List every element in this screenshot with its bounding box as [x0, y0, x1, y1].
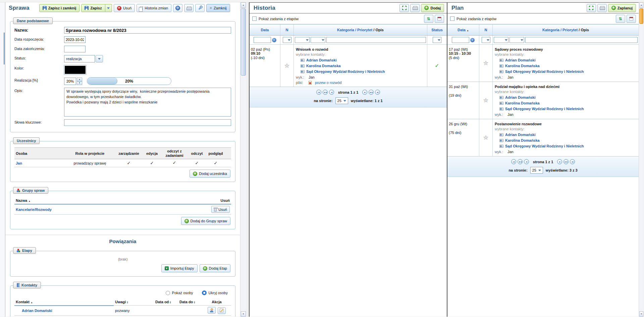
page-prev-button[interactable]	[524, 159, 529, 164]
filter-n-select[interactable]	[283, 37, 291, 43]
page-prev-button[interactable]	[329, 90, 334, 95]
print-button[interactable]	[184, 4, 194, 12]
contact-link[interactable]: Karolina Domańska	[505, 64, 540, 68]
contact-link[interactable]: Adrian Domański	[306, 58, 336, 62]
print-button[interactable]	[597, 4, 607, 12]
per-page-select[interactable]: 25	[530, 167, 543, 174]
page-first-button[interactable]	[316, 90, 321, 95]
filter-priorytet-select[interactable]	[311, 37, 325, 43]
nazwa-input[interactable]	[64, 27, 231, 34]
add-history-button[interactable]: Dodaj	[421, 4, 444, 12]
scroll-thumb[interactable]	[639, 8, 643, 24]
calendar-button[interactable]	[627, 15, 636, 23]
contact-link[interactable]: Adrian Domański	[22, 309, 52, 313]
col-kontakt[interactable]: Kontakt▲	[14, 299, 114, 306]
col-data[interactable]: Data▲	[447, 25, 479, 35]
data-zakonczenia-input[interactable]	[64, 46, 86, 52]
star-icon[interactable]	[483, 60, 488, 66]
show-stage-tasks-checkbox[interactable]	[450, 16, 454, 21]
page-last-button[interactable]	[375, 90, 380, 95]
close-button[interactable]: × Zamknij	[206, 4, 230, 12]
filter-data-input[interactable]	[254, 37, 271, 43]
opis-textarea[interactable]: W sprawie występują spory dotyczące winy…	[64, 88, 231, 117]
remove-group-button[interactable]: Usuń	[211, 206, 230, 213]
per-page-select[interactable]: 25	[335, 97, 348, 104]
page-next-button[interactable]	[557, 159, 562, 164]
filter-status-select[interactable]	[433, 37, 441, 43]
radio-icon[interactable]	[166, 291, 170, 295]
status-value[interactable]: realizacja	[64, 55, 95, 62]
show-stage-tasks-checkbox[interactable]	[252, 16, 257, 21]
col-kategoria-opis[interactable]: Kategoria / Priorytet / Opis	[493, 25, 639, 35]
left-collapsed-rail[interactable]	[0, 2, 5, 317]
col-nazwa[interactable]: Nazwa▲	[14, 197, 201, 204]
page-next-button[interactable]	[362, 90, 367, 95]
refresh-button[interactable]	[424, 15, 433, 23]
refresh-button[interactable]	[616, 15, 625, 23]
page-fast-prev-button[interactable]	[518, 159, 523, 164]
expand-panel-button[interactable]	[587, 4, 596, 12]
contact-link[interactable]: Karolina Domańska	[505, 101, 540, 105]
contact-link[interactable]: Adrian Domański	[505, 95, 535, 99]
spin-up-icon[interactable]: ▲	[77, 78, 82, 81]
realizacja-input[interactable]	[64, 78, 76, 85]
schedule-button[interactable]: Zaplanuj	[608, 4, 636, 12]
calendar-button[interactable]	[435, 15, 444, 23]
radio-pokaz-osoby[interactable]: Pokaż osoby	[166, 291, 193, 295]
slowa-kluczowe-input[interactable]	[64, 119, 231, 126]
contact-link[interactable]: Sąd Okręgowy Wydział Rodzinny i Nieletni…	[505, 70, 584, 74]
filter-n-select[interactable]	[482, 37, 490, 43]
participant-link[interactable]: Jan	[16, 161, 22, 165]
status-dropdown-button[interactable]	[96, 55, 103, 62]
add-stage-button[interactable]: Dodaj Etap	[200, 264, 230, 272]
col-data-do[interactable]: Data do▴▾	[178, 299, 202, 305]
radio-ukryj-osoby[interactable]: Ukryj osoby	[202, 290, 228, 295]
page-fast-prev-button[interactable]	[323, 90, 328, 95]
sprawa-scrollbar[interactable]: ▲ ▼	[240, 2, 246, 317]
col-uwagi[interactable]: Uwagi▴▾	[114, 299, 154, 305]
scroll-thumb[interactable]	[241, 8, 246, 76]
splitter-handle[interactable]	[4, 33, 5, 64]
file-link[interactable]: pozew o rozwód	[315, 81, 342, 85]
page-last-button[interactable]	[570, 159, 575, 164]
expand-panel-button[interactable]	[399, 4, 409, 12]
star-icon[interactable]	[483, 98, 488, 103]
import-stages-button[interactable]: Importuj Etapy	[161, 264, 198, 272]
delete-button[interactable]: Usuń	[114, 4, 135, 12]
filter-priorytet-select[interactable]	[509, 37, 524, 43]
data-rozpoczecia-input[interactable]	[64, 36, 86, 43]
col-data[interactable]: Data	[250, 25, 280, 35]
plan-scrollbar[interactable]: ▲ ▼	[639, 2, 644, 317]
filter-opis-input[interactable]	[326, 37, 426, 43]
contact-link[interactable]: Adrian Domański	[505, 58, 535, 62]
save-close-button[interactable]: Zapisz i zamknij	[39, 4, 80, 12]
spin-down-icon[interactable]: ▼	[77, 81, 82, 85]
add-participant-button[interactable]: Dodaj uczestnika	[190, 170, 230, 178]
scroll-down-icon[interactable]: ▼	[639, 311, 643, 317]
help-icon[interactable]	[272, 38, 276, 42]
star-icon[interactable]	[284, 63, 289, 69]
col-status[interactable]: Status	[427, 25, 447, 35]
filter-kategoria-select[interactable]	[295, 37, 310, 43]
page-first-button[interactable]	[511, 159, 516, 164]
save-button[interactable]: Zapisz	[81, 4, 105, 12]
contact-link[interactable]: Adrian Domański	[505, 133, 535, 137]
filter-opis-input[interactable]	[525, 37, 638, 43]
contact-link[interactable]: Karolina Domańska	[505, 138, 540, 142]
save-menu-button[interactable]	[105, 4, 112, 12]
star-icon[interactable]	[483, 135, 488, 140]
radio-selected-icon[interactable]	[202, 290, 207, 295]
filter-data-input[interactable]	[452, 37, 469, 43]
print-button[interactable]	[410, 4, 420, 12]
group-link[interactable]: Kancelarie/Rozwody	[16, 208, 52, 212]
col-kategoria-opis[interactable]: Kategoria / Priorytet / Opis	[294, 25, 427, 35]
page-fast-next-button[interactable]	[564, 159, 569, 164]
person-button[interactable]	[208, 307, 216, 314]
color-swatch[interactable]	[64, 65, 86, 75]
edit-note-button[interactable]	[218, 307, 226, 314]
col-n[interactable]: N	[479, 25, 493, 35]
scroll-down-icon[interactable]: ▼	[241, 311, 246, 317]
col-data-od[interactable]: Data od▴▾	[154, 299, 178, 305]
add-to-group-button[interactable]: Dodaj do Grupy spraw	[181, 217, 230, 225]
col-n[interactable]: N	[280, 25, 294, 35]
